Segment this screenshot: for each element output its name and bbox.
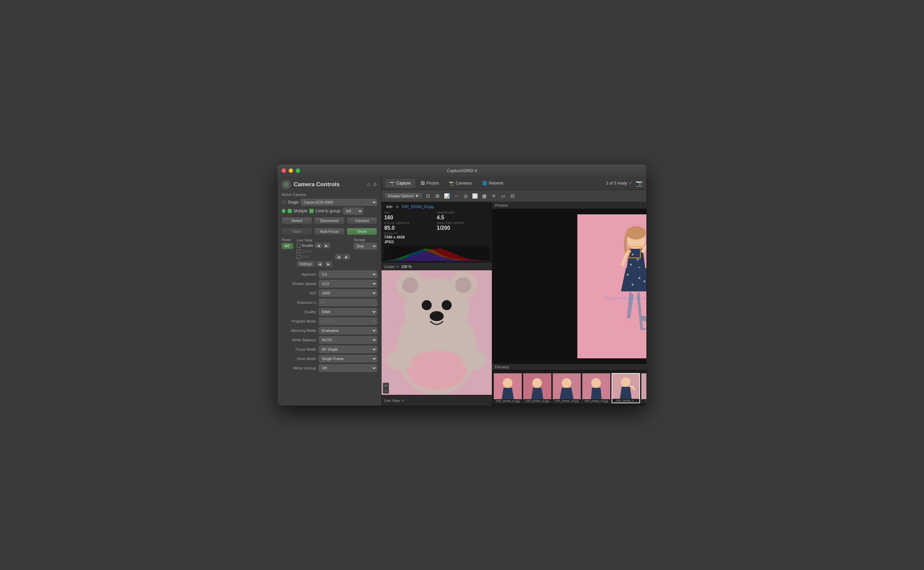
right-arrow-btn-3[interactable]: ▶ [325, 261, 332, 267]
thumb-image-6 [641, 374, 646, 399]
right-arrow-btn-2[interactable]: ▶ [343, 254, 351, 260]
aperture-select[interactable]: 5.6 [319, 271, 377, 278]
right-arrow-btn[interactable]: ▶ [323, 242, 330, 248]
limit-group-checkbox[interactable] [309, 209, 314, 213]
network-tab-label: Network [489, 181, 504, 185]
svg-point-4 [402, 277, 418, 293]
storage-select[interactable]: Disk [354, 243, 377, 250]
aperture-item: APERTURE 4.5 [437, 211, 489, 221]
tab-photos[interactable]: 🖼 Photos [416, 179, 444, 187]
group-select[interactable]: left [343, 208, 363, 215]
close-button[interactable] [281, 169, 286, 173]
settings-list: Aperture: 5.6 Shutter Speed: 1/13 ISO: 1… [278, 270, 381, 373]
tab-network[interactable]: 🌐 Network [477, 179, 508, 187]
panel-icons: ⊙ ⚙ [367, 182, 377, 187]
expand-icon[interactable]: ⬜ [471, 192, 479, 199]
grid-icon[interactable]: ⊞ [434, 192, 441, 199]
enable-checkbox[interactable] [297, 244, 301, 248]
maximize-button[interactable] [296, 169, 300, 173]
shutter-item-label: SHUTTER SPEED [437, 221, 489, 225]
settings-button[interactable]: Settings [297, 261, 315, 267]
iso-item-value: 160 [384, 215, 437, 221]
toolbar: Display Options ▼ ⊡ ⊞ 📊 ↔ ◎ ⬜ ▦ ✳ ▭ ⊟ [381, 190, 646, 202]
detect-button[interactable]: Detect [281, 217, 312, 224]
config-icon[interactable]: ⚙ [373, 182, 377, 187]
exposure-input[interactable] [319, 299, 377, 306]
camera-snapshot-icon[interactable]: 📷 [636, 179, 643, 187]
wb-select[interactable]: AUTO [319, 336, 377, 343]
svg-point-10 [407, 350, 467, 390]
camera-model-select[interactable]: Canon EOS 600D [301, 199, 377, 205]
left-arrow-btn-3[interactable]: ◀ [316, 261, 324, 267]
wb-row: White Balance: AUTO [278, 335, 381, 345]
disconnect-button[interactable]: Disconnect [314, 217, 344, 224]
zoom-in-btn[interactable]: + [383, 383, 389, 388]
filmstrip-scroll[interactable]: SSP_D5300_31.jpg SS [492, 371, 646, 406]
svg-point-11 [387, 350, 412, 370]
pattern-icon[interactable]: ▦ [481, 192, 488, 199]
video-button[interactable]: Video [281, 228, 312, 235]
svg-point-7 [422, 300, 432, 310]
program-label: Program Mode: [281, 319, 317, 323]
svg-point-15 [626, 226, 646, 239]
grid2-icon[interactable]: ⊟ [509, 192, 516, 199]
shoot-button[interactable]: Shoot [347, 228, 377, 235]
settings-gear-icon[interactable]: ⊙ [367, 182, 371, 187]
zoom-label: Zoom [302, 249, 312, 253]
shutter-label: Shutter Speed: [281, 282, 317, 286]
mirror-select[interactable]: Off [319, 365, 377, 372]
drive-row: Drive Mode: Single Frame [278, 354, 381, 363]
tab-capture[interactable]: 📷 Capture [385, 179, 415, 187]
focal-item-value: 85.0 [384, 225, 437, 231]
connect-button[interactable]: Connect [347, 217, 377, 224]
multiple-checkbox[interactable] [288, 209, 292, 213]
tab-cameras[interactable]: 📸 Cameras [444, 179, 477, 187]
minimize-button[interactable] [289, 169, 293, 173]
tab-bar: 📷 Capture 🖼 Photos 📸 Cameras 🌐 Network [381, 176, 646, 190]
loupe-zoom: 100 % [401, 265, 412, 268]
ac-button[interactable]: A/C [281, 243, 294, 249]
quality-item: QUALITY 7380 x 4928 JPEG [384, 231, 489, 244]
quality-select[interactable]: RAW [319, 308, 377, 316]
circle-icon[interactable]: ◎ [462, 192, 469, 199]
drive-select[interactable]: Single Frame [319, 355, 377, 362]
thumb-label-4: SSP_D5300_34.jpg [583, 399, 610, 403]
display-options-button[interactable]: Display Options ▼ [384, 193, 423, 199]
zoom-checkbox[interactable] [297, 249, 301, 253]
crop-icon[interactable]: ⊡ [424, 192, 432, 199]
svg-point-8 [441, 300, 452, 310]
filmstrip-thumb-6[interactable]: SSP_D5300_3... [641, 373, 646, 403]
filmstrip-thumb-1[interactable]: SSP_D5300_31.jpg [494, 373, 522, 403]
capture-tab-label: Capture [396, 181, 411, 185]
zoom-out-btn[interactable]: - [383, 388, 389, 394]
filmstrip-thumb-3[interactable]: SSP_D5300_33.jpg [552, 373, 581, 403]
filmstrip-thumb-2[interactable]: SSP_D5300_32.jpg [523, 373, 552, 403]
autofocus-button[interactable]: Auto Focus [314, 228, 344, 235]
power-storage-row: Power A/C Live View Enable ◀ ▶ [278, 237, 381, 268]
focus-select[interactable]: AF Single [319, 346, 377, 353]
filmstrip-thumb-4[interactable]: SSP_D5300_34.jpg [582, 373, 610, 403]
single-radio[interactable] [281, 200, 286, 204]
shutter-item: SHUTTER SPEED 1/200 [437, 221, 489, 231]
settings2-icon[interactable]: ✳ [490, 192, 498, 199]
chart-icon[interactable]: 📊 [443, 192, 450, 199]
shutter-select[interactable]: 1/13 [319, 280, 377, 287]
frame-icon[interactable]: ▭ [500, 192, 507, 199]
storage-label: Storage [354, 238, 377, 242]
single-label: Single [288, 200, 299, 205]
aperture-item-label: APERTURE [437, 211, 489, 215]
filmstrip-thumb-5[interactable]: SSP_D5300_3... [612, 373, 640, 403]
iso-select[interactable]: 1600 [319, 290, 377, 297]
resize-icon[interactable]: ↔ [453, 192, 460, 199]
program-select[interactable]: Manual [319, 317, 377, 325]
iso-item-label: ISO [384, 211, 437, 215]
info-tab[interactable]: Info [384, 204, 394, 209]
metering-select[interactable]: Evaluative [319, 327, 377, 334]
dof-checkbox[interactable] [297, 255, 301, 259]
active-camera-label: Active Camera [278, 191, 381, 198]
left-arrow-btn-2[interactable]: ◀ [335, 254, 342, 260]
live-view-section-label: Live View [384, 398, 400, 403]
focus-label: Focus Mode: [281, 347, 317, 351]
left-arrow-btn[interactable]: ◀ [315, 242, 322, 248]
multiple-radio[interactable] [281, 209, 286, 213]
